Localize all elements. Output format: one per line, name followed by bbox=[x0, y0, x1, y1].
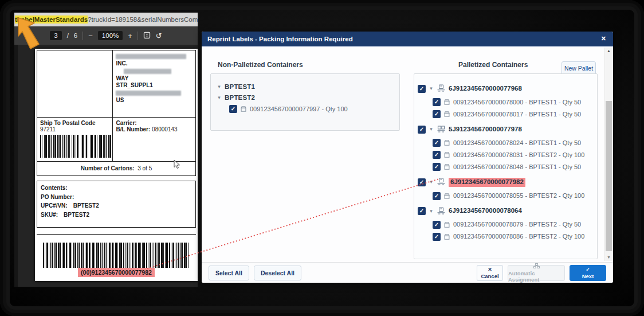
caret-down-icon[interactable]: ▾ bbox=[429, 86, 434, 91]
pallet-item-label: 00912345670000078031 - BPTEST2 - Qty 100 bbox=[453, 152, 584, 158]
package-icon bbox=[240, 106, 247, 112]
zoom-out-button[interactable]: − bbox=[88, 32, 93, 40]
pallet-item-row[interactable]: ✓00912345670000078017 - BPTEST1 - Qty 50 bbox=[433, 110, 594, 118]
palletized-heading: Palletized Containers bbox=[458, 61, 528, 69]
pallet-icon bbox=[437, 178, 446, 186]
np-group-row[interactable]: ▾BPTEST2 bbox=[217, 95, 394, 102]
np-group-row[interactable]: ▾BPTEST1 bbox=[217, 84, 394, 91]
caret-down-icon[interactable]: ▾ bbox=[217, 95, 222, 100]
page-number-input[interactable]: 3 bbox=[50, 31, 61, 40]
pallet-item-label: 00912345670000078048 - BPTEST1 - Qty 50 bbox=[453, 164, 581, 170]
check-icon: ✓ bbox=[434, 193, 439, 199]
checkbox-checked[interactable]: ✓ bbox=[433, 233, 441, 241]
checkbox-checked[interactable]: ✓ bbox=[433, 163, 441, 171]
check-icon: ✓ bbox=[434, 152, 439, 158]
pallet-row[interactable]: ✓▾5J912345670000077978 bbox=[418, 125, 594, 134]
reprint-labels-modal: Reprint Labels - Packing Information Req… bbox=[202, 32, 613, 283]
pallet-item-row[interactable]: ✓00912345670000078031 - BPTEST2 - Qty 10… bbox=[433, 151, 594, 159]
modal-title: Reprint Labels - Packing Information Req… bbox=[207, 36, 353, 42]
caret-down-icon[interactable]: ▾ bbox=[429, 180, 434, 185]
checkbox-checked[interactable]: ✓ bbox=[433, 151, 441, 159]
checkbox-checked[interactable]: ✓ bbox=[229, 105, 237, 113]
close-icon[interactable]: ✕ bbox=[600, 35, 607, 42]
np-item-row[interactable]: ✓00912345670000077997 - Qty 100 bbox=[229, 105, 394, 113]
pdf-canvas-area[interactable]: INC. WAY STR_SUPPL1 US Ship To Postal Co… bbox=[14, 45, 198, 287]
caret-down-icon[interactable]: ▾ bbox=[429, 127, 434, 132]
address-empty-cell bbox=[37, 50, 113, 117]
page-separator: / bbox=[67, 32, 69, 39]
checkbox-checked[interactable]: ✓ bbox=[433, 139, 441, 147]
caret-down-icon[interactable]: ▾ bbox=[217, 84, 222, 89]
check-icon: ✓ bbox=[419, 208, 424, 214]
pallet-row[interactable]: ✓▾6J912345670000077968 bbox=[418, 84, 594, 93]
ship-to-address: INC. WAY STR_SUPPL1 US bbox=[113, 50, 195, 117]
toolbar-divider bbox=[83, 32, 83, 40]
checkbox-checked[interactable]: ✓ bbox=[433, 98, 441, 106]
carrier-heading: Carrier: bbox=[116, 120, 193, 126]
checkbox-checked[interactable]: ✓ bbox=[433, 192, 441, 200]
url-rest-text: ?truckId=189158&serialNumbersCompressed=… bbox=[88, 16, 198, 23]
next-button[interactable]: ✓ Next bbox=[570, 265, 606, 281]
zoom-in-button[interactable]: + bbox=[128, 32, 132, 40]
checkbox-checked[interactable]: ✓ bbox=[433, 221, 441, 229]
pallet-item-label: 00912345670000078086 - BPTEST2 - Qty 100 bbox=[453, 233, 584, 240]
pdf-viewer-pane: tLabelMasterStandards?truckId=189158&ser… bbox=[14, 13, 198, 287]
pallet-item-label: 00912345670000078055 - BPTEST2 - Qty 100 bbox=[453, 193, 584, 199]
pallet-label: 6J912345670000077982 bbox=[449, 178, 525, 187]
annotation-arrow-icon bbox=[15, 15, 48, 52]
divider bbox=[37, 234, 196, 235]
contents-box: Contents: PO Number: UPC#/VN:BPTEST2 SKU… bbox=[37, 181, 196, 228]
pallet-item-row[interactable]: ✓00912345670000078079 - BPTEST2 - Qty 50 bbox=[433, 221, 594, 229]
scroll-up-icon[interactable]: ▲ bbox=[605, 48, 612, 54]
zoom-level[interactable]: 100% bbox=[98, 31, 123, 40]
palletized-panel: ✓▾6J912345670000077968✓00912345670000078… bbox=[414, 73, 598, 259]
non-palletized-panel: ▾BPTEST1▾BPTEST2✓00912345670000077997 - … bbox=[210, 73, 400, 131]
pallet-row[interactable]: ✓▾6J912345670000078064 bbox=[418, 207, 594, 216]
cancel-button[interactable]: ✕ Cancel bbox=[477, 265, 503, 281]
automatic-assignment-label: Automatic Assignment bbox=[508, 270, 564, 283]
automatic-assignment-button[interactable]: Automatic Assignment bbox=[508, 265, 565, 281]
po-number-label: PO Number: bbox=[41, 193, 192, 202]
caret-down-icon[interactable]: ▾ bbox=[429, 209, 434, 214]
modal-title-bar: Reprint Labels - Packing Information Req… bbox=[202, 32, 613, 46]
np-group-label: BPTEST2 bbox=[225, 95, 255, 102]
pallet-item-row[interactable]: ✓00912345670000078086 - BPTEST2 - Qty 10… bbox=[433, 233, 594, 241]
check-icon: ✓ bbox=[434, 234, 439, 240]
pallet-item-row[interactable]: ✓00912345670000078000 - BPTEST1 - Qty 50 bbox=[433, 98, 594, 106]
pallet-item-label: 00912345670000078000 - BPTEST1 - Qty 50 bbox=[453, 99, 581, 106]
checkbox-checked[interactable]: ✓ bbox=[418, 126, 426, 134]
pallet-item-row[interactable]: ✓00912345670000078048 - BPTEST1 - Qty 50 bbox=[433, 163, 594, 171]
contents-heading: Contents: bbox=[41, 184, 192, 193]
scroll-down-icon[interactable]: ▼ bbox=[605, 254, 612, 261]
pallet-item-row[interactable]: ✓00912345670000078024 - BPTEST1 - Qty 50 bbox=[433, 139, 594, 147]
pallet-row[interactable]: ✓▾6J912345670000077982 bbox=[418, 178, 594, 187]
redacted-text bbox=[116, 91, 180, 96]
modal-scrollbar[interactable]: ▲ ▼ bbox=[604, 48, 612, 261]
np-item-label: 00912345670000077997 - Qty 100 bbox=[250, 106, 348, 112]
select-all-button[interactable]: Select All bbox=[209, 266, 249, 280]
fit-to-page-icon[interactable] bbox=[143, 32, 151, 40]
checkbox-checked[interactable]: ✓ bbox=[418, 207, 426, 215]
rotate-icon[interactable]: ↺ bbox=[156, 32, 162, 40]
postal-barcode bbox=[40, 135, 112, 158]
scrollbar-thumb[interactable] bbox=[606, 101, 612, 251]
check-icon: ✓ bbox=[231, 106, 235, 112]
pallet-item-row[interactable]: ✓00912345670000078055 - BPTEST2 - Qty 10… bbox=[433, 192, 594, 200]
redacted-text bbox=[124, 69, 171, 74]
address-line: WAY bbox=[116, 75, 193, 83]
cartons-row: Number of Cartons: 3 of 5 bbox=[37, 161, 195, 175]
carrier-cell: Carrier: B/L Number: 08000143 bbox=[113, 118, 195, 161]
sku-value: BPTEST2 bbox=[64, 212, 89, 218]
deselect-all-button[interactable]: Deselect All bbox=[254, 266, 301, 280]
checkbox-checked[interactable]: ✓ bbox=[433, 110, 441, 118]
check-icon: ✓ bbox=[434, 111, 439, 117]
next-label: Next bbox=[582, 273, 594, 279]
cartons-label: Number of Cartons: bbox=[81, 165, 135, 171]
address-line: INC. bbox=[116, 60, 193, 68]
checkbox-checked[interactable]: ✓ bbox=[418, 178, 426, 186]
cancel-label: Cancel bbox=[481, 273, 498, 279]
check-icon: ✓ bbox=[434, 222, 439, 228]
modal-footer: Select All Deselect All ✕ Cancel Automat… bbox=[202, 262, 613, 283]
address-line: US bbox=[116, 97, 193, 104]
checkbox-checked[interactable]: ✓ bbox=[418, 85, 426, 93]
